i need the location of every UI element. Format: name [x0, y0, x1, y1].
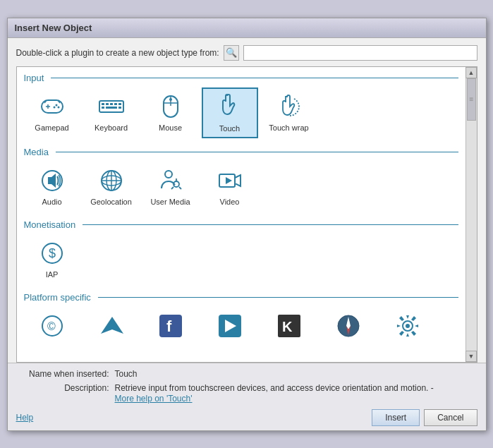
- svg-point-51: [406, 324, 410, 328]
- mouse-label: Mouse: [159, 123, 182, 132]
- search-label: Double-click a plugin to create a new ob…: [16, 48, 219, 58]
- google-play-icon: [216, 312, 244, 340]
- item-geolocation[interactable]: Geolocation: [83, 162, 140, 211]
- arrow-icon: [97, 312, 126, 340]
- scroll-down-button[interactable]: ▼: [465, 351, 477, 362]
- svg-point-3: [55, 104, 57, 106]
- help-link[interactable]: Help: [16, 413, 34, 423]
- svg-text:K: K: [282, 319, 293, 334]
- insert-button[interactable]: Insert: [372, 409, 420, 426]
- search-icon-button[interactable]: 🔍: [224, 45, 239, 61]
- item-iap[interactable]: $ IAP: [24, 234, 80, 284]
- keyboard-icon: [97, 92, 126, 121]
- audio-label: Audio: [42, 198, 61, 206]
- description-row: Description: Retrieve input from touchsc…: [16, 382, 477, 404]
- media-icon-grid: Audio Geolocation: [24, 162, 458, 211]
- geolocation-label: Geolocation: [90, 198, 132, 206]
- input-icon-grid: Gamepad: [24, 87, 458, 138]
- name-label: Name when inserted:: [16, 369, 115, 379]
- gear-icon: [394, 312, 422, 340]
- item-arrow[interactable]: [83, 307, 140, 348]
- insert-new-object-dialog: Insert New Object Double-click a plugin …: [7, 18, 487, 431]
- item-mouse[interactable]: Mouse: [142, 87, 199, 138]
- gamepad-icon: [38, 92, 66, 121]
- iap-icon: $: [38, 239, 66, 267]
- scroll-track: ≡: [466, 78, 477, 351]
- video-icon: [216, 167, 244, 195]
- item-construct[interactable]: ©: [24, 307, 80, 348]
- scroll-content: Input: [17, 67, 465, 362]
- name-value: Touch: [115, 369, 138, 379]
- cancel-button[interactable]: Cancel: [424, 409, 477, 426]
- item-touch-wrap[interactable]: Touch wrap: [261, 87, 317, 138]
- svg-rect-15: [106, 107, 117, 109]
- section-media-label: Media: [24, 147, 458, 157]
- item-user-media[interactable]: User Media: [142, 162, 199, 211]
- geolocation-icon: [97, 167, 126, 195]
- scroll-thumb[interactable]: ≡: [467, 78, 476, 121]
- mouse-icon: [157, 92, 185, 121]
- platform-icon-grid: ©: [24, 307, 458, 348]
- item-klang[interactable]: K: [261, 307, 317, 348]
- item-keyboard[interactable]: Keyboard: [83, 87, 140, 138]
- search-input[interactable]: [243, 45, 477, 61]
- item-audio[interactable]: Audio: [24, 162, 80, 211]
- scroll-up-button[interactable]: ▲: [465, 67, 477, 78]
- scrollbar[interactable]: ▲ ≡ ▼: [465, 67, 477, 362]
- item-video[interactable]: Video: [202, 162, 258, 211]
- svg-rect-10: [106, 103, 109, 105]
- svg-marker-33: [235, 175, 241, 186]
- item-google-play[interactable]: [202, 307, 258, 348]
- monetisation-icon-grid: $ IAP: [24, 234, 458, 284]
- svg-point-20: [169, 98, 172, 101]
- svg-rect-11: [110, 103, 113, 105]
- touch-wrap-label: Touch wrap: [269, 123, 308, 132]
- item-gear[interactable]: [379, 307, 436, 348]
- keyboard-label: Keyboard: [95, 123, 128, 132]
- svg-rect-16: [118, 107, 121, 109]
- touch-label: Touch: [219, 124, 240, 133]
- button-row: Help Insert Cancel: [16, 409, 477, 426]
- touch-wrap-icon: [275, 92, 303, 121]
- bottom-bar: Name when inserted: Touch Description: R…: [8, 363, 486, 430]
- more-help-link[interactable]: More help on 'Touch': [115, 394, 193, 404]
- svg-line-30: [171, 187, 174, 189]
- iap-label: IAP: [46, 270, 59, 279]
- svg-marker-39: [101, 317, 123, 334]
- description-label: Description:: [16, 383, 115, 393]
- svg-point-27: [165, 171, 172, 178]
- item-touch[interactable]: Touch: [202, 87, 258, 138]
- svg-rect-14: [102, 107, 104, 109]
- section-input-label: Input: [24, 73, 458, 83]
- touch-icon: [216, 93, 244, 121]
- construct-icon: ©: [38, 312, 66, 340]
- svg-text:©: ©: [47, 320, 56, 332]
- svg-rect-13: [118, 103, 121, 105]
- klang-icon: K: [275, 312, 303, 340]
- dialog-body: Double-click a plugin to create a new ob…: [8, 38, 486, 363]
- scroll-grip: ≡: [470, 97, 473, 102]
- svg-text:$: $: [49, 246, 56, 260]
- svg-point-4: [57, 106, 59, 108]
- button-group: Insert Cancel: [372, 409, 477, 426]
- scroll-area: Input: [16, 66, 477, 363]
- svg-line-31: [179, 187, 181, 189]
- item-gamepad[interactable]: Gamepad: [24, 87, 80, 138]
- description-text: Retrieve input from touchscreen devices,…: [115, 383, 434, 393]
- svg-rect-9: [102, 103, 104, 105]
- video-label: Video: [220, 198, 240, 206]
- gamepad-label: Gamepad: [35, 123, 68, 132]
- svg-rect-12: [114, 103, 117, 105]
- section-platform-label: Platform specific: [24, 292, 458, 303]
- svg-point-5: [53, 106, 55, 108]
- audio-icon: [38, 167, 66, 195]
- svg-point-49: [347, 325, 350, 327]
- user-media-icon: [157, 167, 185, 195]
- svg-marker-34: [226, 177, 232, 184]
- item-facebook[interactable]: f: [142, 307, 199, 348]
- compass-icon: [334, 312, 363, 340]
- item-compass[interactable]: [320, 307, 377, 348]
- section-monetisation-label: Monetisation: [24, 219, 458, 230]
- dialog-title: Insert New Object: [8, 18, 486, 38]
- name-row: Name when inserted: Touch: [16, 369, 477, 379]
